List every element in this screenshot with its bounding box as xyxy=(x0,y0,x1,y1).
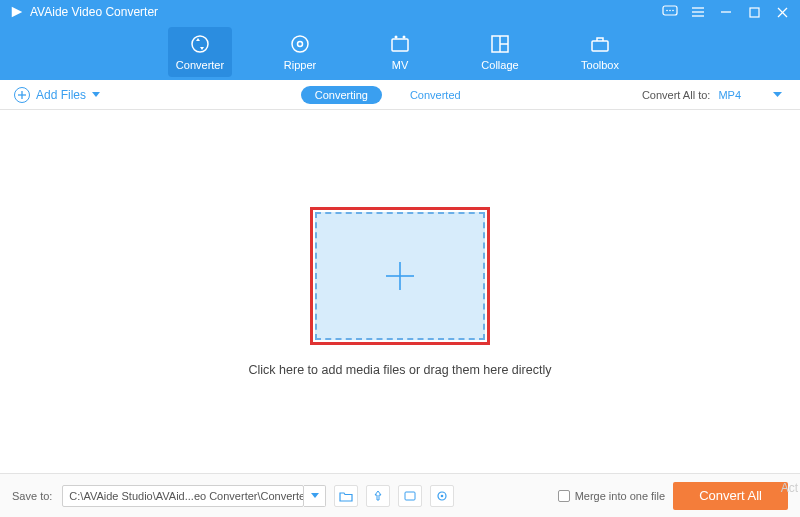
plus-circle-icon xyxy=(14,87,30,103)
convert-all-to-selector[interactable]: Convert All to: MP4 xyxy=(642,89,786,101)
svg-point-16 xyxy=(395,36,398,39)
save-path-dropdown[interactable] xyxy=(304,485,326,507)
save-to-label: Save to: xyxy=(12,490,52,502)
svg-point-3 xyxy=(669,10,671,12)
svg-point-13 xyxy=(292,36,308,52)
convert-all-button[interactable]: Convert All xyxy=(673,482,788,510)
save-path-field[interactable]: C:\AVAide Studio\AVAid...eo Converter\Co… xyxy=(62,485,304,507)
toolbox-icon xyxy=(589,33,611,55)
svg-point-17 xyxy=(403,36,406,39)
tab-collage[interactable]: Collage xyxy=(468,27,532,77)
svg-point-14 xyxy=(298,42,303,47)
app-logo-icon xyxy=(10,5,24,19)
top-nav: Converter Ripper MV Collage Toolbox xyxy=(0,24,800,80)
tab-toolbox[interactable]: Toolbox xyxy=(568,27,632,77)
format-value: MP4 xyxy=(718,89,741,101)
merge-checkbox[interactable]: Merge into one file xyxy=(558,490,666,502)
dropzone-highlight xyxy=(310,207,490,345)
compress-off-button[interactable] xyxy=(366,485,390,507)
converter-icon xyxy=(189,33,211,55)
chevron-down-icon xyxy=(773,92,782,98)
svg-point-31 xyxy=(441,494,444,497)
feedback-icon[interactable] xyxy=(662,4,678,20)
svg-point-4 xyxy=(672,10,674,12)
settings-button[interactable] xyxy=(430,485,454,507)
app-title: AVAide Video Converter xyxy=(10,5,158,19)
main-area: Click here to add media files or drag th… xyxy=(0,110,800,473)
status-tabs: Converting Converted xyxy=(301,86,475,104)
close-icon[interactable] xyxy=(774,4,790,20)
tab-label: MV xyxy=(392,59,409,71)
chevron-down-icon xyxy=(92,92,100,98)
bottom-bar: Save to: C:\AVAide Studio\AVAid...eo Con… xyxy=(0,473,800,517)
mv-icon xyxy=(389,33,411,55)
svg-rect-15 xyxy=(392,39,408,51)
collage-icon xyxy=(489,33,511,55)
save-path-value: C:\AVAide Studio\AVAid...eo Converter\Co… xyxy=(69,490,304,502)
add-files-label: Add Files xyxy=(36,88,86,102)
tab-converted[interactable]: Converted xyxy=(396,86,475,104)
app-name-label: AVAide Video Converter xyxy=(30,5,158,19)
enhance-off-button[interactable] xyxy=(398,485,422,507)
svg-rect-29 xyxy=(405,492,415,500)
tab-converter[interactable]: Converter xyxy=(168,27,232,77)
drop-hint-label: Click here to add media files or drag th… xyxy=(249,363,552,377)
big-plus-icon xyxy=(382,258,418,294)
svg-rect-21 xyxy=(592,41,608,51)
tab-label: Collage xyxy=(481,59,518,71)
svg-marker-0 xyxy=(12,7,23,18)
svg-rect-9 xyxy=(750,8,759,17)
os-watermark: Act xyxy=(781,481,798,495)
menu-icon[interactable] xyxy=(690,4,706,20)
tab-mv[interactable]: MV xyxy=(368,27,432,77)
minimize-icon[interactable] xyxy=(718,4,734,20)
tab-converting[interactable]: Converting xyxy=(301,86,382,104)
dropzone[interactable] xyxy=(315,212,485,340)
checkbox-icon xyxy=(558,490,570,502)
tab-label: Converter xyxy=(176,59,224,71)
merge-label: Merge into one file xyxy=(575,490,666,502)
titlebar: AVAide Video Converter xyxy=(0,0,800,24)
open-folder-button[interactable] xyxy=(334,485,358,507)
svg-marker-28 xyxy=(311,493,319,498)
svg-marker-24 xyxy=(92,92,100,97)
tab-ripper[interactable]: Ripper xyxy=(268,27,332,77)
svg-marker-25 xyxy=(773,92,782,97)
tab-label: Ripper xyxy=(284,59,316,71)
window-controls xyxy=(662,4,790,20)
svg-point-12 xyxy=(192,36,208,52)
ripper-icon xyxy=(289,33,311,55)
convert-all-to-label: Convert All to: xyxy=(642,89,710,101)
secondary-toolbar: Add Files Converting Converted Convert A… xyxy=(0,80,800,110)
maximize-icon[interactable] xyxy=(746,4,762,20)
convert-all-label: Convert All xyxy=(699,488,762,503)
tab-label: Toolbox xyxy=(581,59,619,71)
svg-point-2 xyxy=(666,10,668,12)
add-files-button[interactable]: Add Files xyxy=(14,87,100,103)
